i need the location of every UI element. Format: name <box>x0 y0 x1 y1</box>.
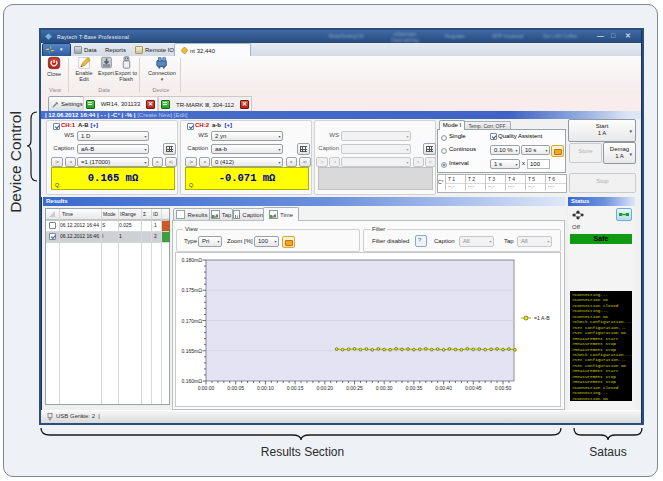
svg-text:0:00:25: 0:00:25 <box>346 385 363 391</box>
svg-text:0:00:30: 0:00:30 <box>376 385 393 391</box>
svg-text:0.165mΩ: 0.165mΩ <box>182 348 203 354</box>
svg-text:0.180mΩ: 0.180mΩ <box>182 257 203 263</box>
svg-text:0:00:15: 0:00:15 <box>287 385 304 391</box>
svg-text:0:00:00: 0:00:00 <box>198 385 215 391</box>
svg-text:0:00:05: 0:00:05 <box>227 385 244 391</box>
svg-text:0:00:10: 0:00:10 <box>257 385 274 391</box>
svg-text:0.170mΩ: 0.170mΩ <box>182 318 203 324</box>
svg-text:0:00:35: 0:00:35 <box>406 385 423 391</box>
svg-text:0:00:20: 0:00:20 <box>316 385 333 391</box>
svg-text:0.160mΩ: 0.160mΩ <box>182 378 203 384</box>
svg-text:0.175mΩ: 0.175mΩ <box>182 287 203 293</box>
svg-text:0:00:40: 0:00:40 <box>435 385 452 391</box>
svg-text:=1 A-B: =1 A-B <box>534 315 550 321</box>
svg-text:0:00:50: 0:00:50 <box>495 385 512 391</box>
svg-text:0:00:45: 0:00:45 <box>465 385 482 391</box>
